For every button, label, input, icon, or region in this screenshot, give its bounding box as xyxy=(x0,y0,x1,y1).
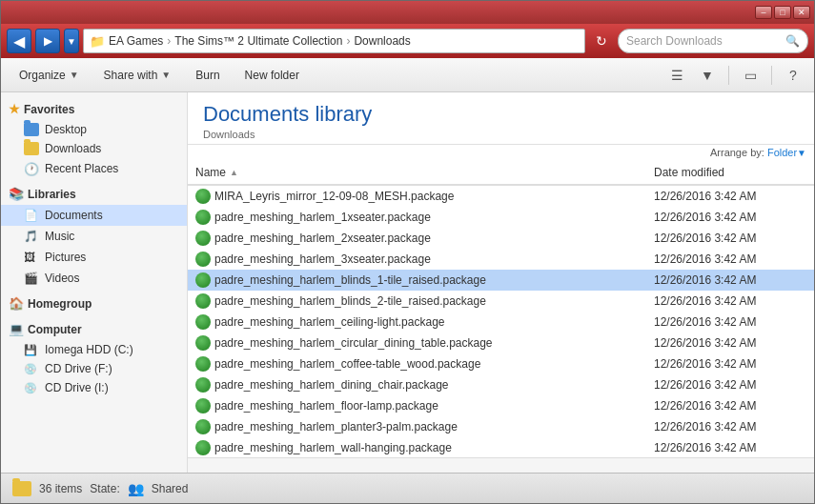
sidebar-documents-label: Documents xyxy=(45,209,103,222)
file-package-icon xyxy=(195,398,211,413)
sidebar-section-computer: 💻 Computer 💾 Iomega HDD (C:) 💿 CD Drive … xyxy=(1,318,187,397)
sidebar-libraries-label: Libraries xyxy=(28,188,76,201)
help-button[interactable]: ? xyxy=(780,64,806,87)
sidebar-section-favorites: ★ Favorites Desktop Downloads 🕐 Recent P… xyxy=(1,98,187,179)
sidebar-computer-label: Computer xyxy=(28,323,82,336)
sidebar-section-libraries: 📚 Libraries 📄 Documents 🎵 Music 🖼 Pictur… xyxy=(1,183,187,289)
table-row[interactable]: padre_meshing_harlem_planter3-palm.packa… xyxy=(188,416,814,437)
sidebar-item-pictures[interactable]: 🖼 Pictures xyxy=(1,247,187,268)
table-row[interactable]: padre_meshing_harlem_1xseater.package12/… xyxy=(188,207,814,228)
status-state-label: State: xyxy=(90,482,119,495)
search-icon[interactable]: 🔍 xyxy=(785,34,800,48)
sidebar-item-downloads[interactable]: Downloads xyxy=(1,139,187,158)
sidebar-cd-i-label: CD Drive (I:) xyxy=(45,381,109,394)
sidebar-homegroup-header[interactable]: 🏠 Homegroup xyxy=(1,292,187,314)
downloads-folder-icon xyxy=(24,142,39,155)
file-name-label: padre_meshing_harlem_blinds_1-tile_raise… xyxy=(214,273,650,287)
sidebar-favorites-header[interactable]: ★ Favorites xyxy=(1,98,187,120)
toolbar: Organize ▼ Share with ▼ Burn New folder … xyxy=(1,58,814,92)
cd-f-icon: 💿 xyxy=(24,362,39,375)
toolbar-sep xyxy=(728,66,729,85)
file-date-label: 12/26/2016 3:42 AM xyxy=(654,378,806,392)
table-row[interactable]: padre_meshing_harlem_coffee-table_wood.p… xyxy=(188,353,814,374)
sidebar-libraries-header[interactable]: 📚 Libraries xyxy=(1,183,187,205)
sidebar-item-videos[interactable]: 🎬 Videos xyxy=(1,268,187,289)
sidebar-item-documents[interactable]: 📄 Documents xyxy=(1,205,187,226)
refresh-button[interactable]: ↻ xyxy=(589,29,614,53)
sidebar-item-iomega[interactable]: 💾 Iomega HDD (C:) xyxy=(1,340,187,359)
path-sub[interactable]: Downloads xyxy=(354,34,410,48)
file-date-label: 12/26/2016 3:42 AM xyxy=(654,232,806,245)
file-package-icon xyxy=(195,272,211,288)
new-folder-label: New folder xyxy=(245,69,299,82)
close-button[interactable]: ✕ xyxy=(793,6,810,19)
col-header-name[interactable]: Name ▲ xyxy=(195,166,654,179)
file-name-label: padre_meshing_harlem_ceiling-light.packa… xyxy=(214,315,650,329)
content-area: Documents library Downloads Arrange by: … xyxy=(188,92,814,473)
table-row[interactable]: padre_meshing_harlem_ceiling-light.packa… xyxy=(188,312,814,333)
address-path[interactable]: 📁 EA Games › The Sims™ 2 Ultimate Collec… xyxy=(83,29,585,53)
table-row[interactable]: MIRA_Leyris_mirror_12-09-08_MESH.package… xyxy=(188,186,814,207)
sidebar-item-cd-f[interactable]: 💿 CD Drive (F:) xyxy=(1,359,187,378)
toolbar-right: ☰ ▼ ▭ ? xyxy=(663,64,806,87)
sidebar-item-recent-places[interactable]: 🕐 Recent Places xyxy=(1,158,187,179)
sidebar-pictures-label: Pictures xyxy=(45,251,86,264)
search-box[interactable]: Search Downloads 🔍 xyxy=(618,29,808,53)
file-date-label: 12/26/2016 3:42 AM xyxy=(654,336,806,350)
sidebar-favorites-label: Favorites xyxy=(24,103,74,116)
file-package-icon xyxy=(195,293,211,309)
table-row[interactable]: padre_meshing_harlem_dining_chair.packag… xyxy=(188,374,814,395)
sort-indicator: ▲ xyxy=(230,168,238,177)
table-row[interactable]: padre_meshing_harlem_floor-lamp.package1… xyxy=(188,395,814,416)
sidebar-desktop-label: Desktop xyxy=(45,123,87,136)
sidebar-homegroup-label: Homegroup xyxy=(28,297,92,311)
table-row[interactable]: padre_meshing_harlem_3xseater.package12/… xyxy=(188,249,814,270)
path-folder[interactable]: The Sims™ 2 Ultimate Collection xyxy=(174,34,342,48)
table-row[interactable]: padre_meshing_harlem_blinds_2-tile_raise… xyxy=(188,291,814,312)
search-placeholder: Search Downloads xyxy=(626,34,785,48)
share-with-button[interactable]: Share with ▼ xyxy=(93,62,182,89)
file-date-label: 12/26/2016 3:42 AM xyxy=(654,294,806,308)
file-name-label: padre_meshing_harlem_wall-hanging.packag… xyxy=(214,441,650,454)
minimize-button[interactable]: – xyxy=(755,6,772,19)
recent-places-icon: 🕐 xyxy=(24,161,39,176)
table-row[interactable]: padre_meshing_harlem_circular_dining_tab… xyxy=(188,333,814,353)
sidebar-computer-header[interactable]: 💻 Computer xyxy=(1,318,187,340)
file-name-label: padre_meshing_harlem_1xseater.package xyxy=(214,211,650,224)
sidebar-item-cd-i[interactable]: 💿 CD Drive (I:) xyxy=(1,378,187,397)
col-header-date[interactable]: Date modified xyxy=(654,166,806,179)
sidebar-downloads-label: Downloads xyxy=(45,142,101,155)
content-title: Documents library xyxy=(203,102,799,127)
path-root[interactable]: EA Games xyxy=(109,34,163,48)
back-button[interactable]: ◀ xyxy=(7,29,31,53)
recent-locations-button[interactable]: ▼ xyxy=(64,29,79,53)
folder-icon-small: 📁 xyxy=(90,34,105,49)
table-row[interactable]: padre_meshing_harlem_wall-hanging.packag… xyxy=(188,437,814,457)
file-package-icon xyxy=(195,314,211,330)
arrange-folder-button[interactable]: Folder xyxy=(767,147,797,158)
view-dropdown-button[interactable]: ▼ xyxy=(694,64,721,87)
table-row[interactable]: padre_meshing_harlem_blinds_1-tile_raise… xyxy=(188,270,814,291)
maximize-button[interactable]: □ xyxy=(774,6,791,19)
view-button[interactable]: ☰ xyxy=(663,64,690,87)
window: – □ ✕ ◀ ▶ ▼ 📁 EA Games › The Sims™ 2 Ult… xyxy=(0,0,815,504)
file-name-label: padre_meshing_harlem_circular_dining_tab… xyxy=(214,336,650,350)
col-header-row: Arrange by: Folder ▼ Name ▲ Date modifie… xyxy=(188,145,814,186)
forward-button[interactable]: ▶ xyxy=(35,29,60,53)
preview-button[interactable]: ▭ xyxy=(737,64,764,87)
status-bar: 36 items State: 👥 Shared xyxy=(1,473,814,503)
file-date-label: 12/26/2016 3:42 AM xyxy=(654,190,806,203)
column-headers: Name ▲ Date modified xyxy=(188,160,814,185)
table-row[interactable]: padre_meshing_harlem_2xseater.package12/… xyxy=(188,228,814,249)
share-chevron: ▼ xyxy=(161,70,171,80)
burn-button[interactable]: Burn xyxy=(185,62,230,89)
sidebar-item-desktop[interactable]: Desktop xyxy=(1,120,187,139)
file-name-label: padre_meshing_harlem_floor-lamp.package xyxy=(214,399,650,413)
hscroll-inner[interactable] xyxy=(188,458,814,473)
hscroll-bar[interactable] xyxy=(188,457,814,473)
file-package-icon xyxy=(195,189,211,204)
burn-label: Burn xyxy=(195,69,219,82)
organize-button[interactable]: Organize ▼ xyxy=(9,62,90,89)
sidebar-item-music[interactable]: 🎵 Music xyxy=(1,226,187,247)
new-folder-button[interactable]: New folder xyxy=(234,62,310,89)
